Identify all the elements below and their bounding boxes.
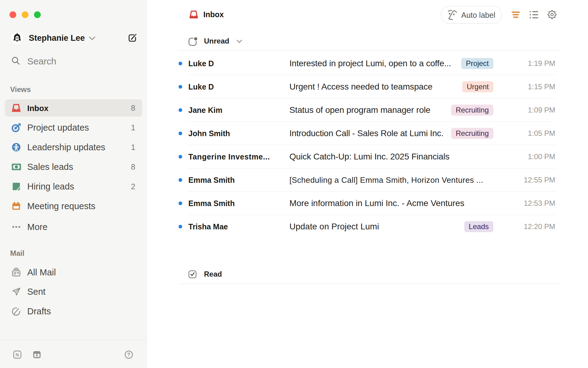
svg-text:N: N: [15, 352, 19, 358]
svg-text:?: ?: [127, 352, 130, 357]
svg-text:6: 6: [36, 353, 38, 358]
